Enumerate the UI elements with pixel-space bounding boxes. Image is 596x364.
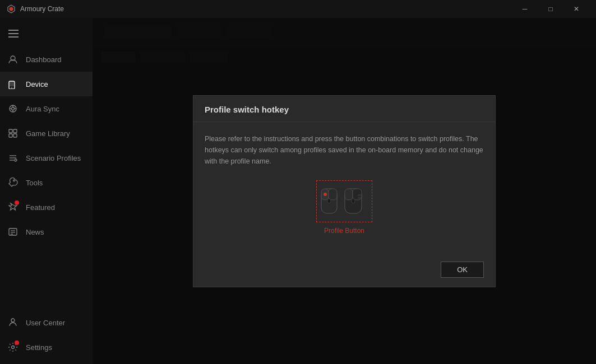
user-center-icon xyxy=(7,316,19,329)
sidebar-label-tools: Tools xyxy=(26,179,43,187)
svg-rect-12 xyxy=(9,129,12,133)
svg-point-7 xyxy=(12,108,15,110)
dashboard-icon xyxy=(7,53,19,66)
modal-description: Please refer to the instructions and pre… xyxy=(205,133,484,167)
sidebar-label-scenario-profiles: Scenario Profiles xyxy=(26,154,81,162)
svg-marker-1 xyxy=(10,7,13,11)
sidebar-item-scenario-profiles[interactable]: Scenario Profiles xyxy=(0,146,93,170)
app-icon xyxy=(7,4,16,13)
profile-switch-modal: Profile switch hotkey Please refer to th… xyxy=(193,95,496,287)
sidebar-label-settings: Settings xyxy=(26,343,52,352)
svg-rect-13 xyxy=(13,129,17,133)
mouse-container xyxy=(316,180,372,222)
svg-point-30 xyxy=(327,199,331,203)
aura-sync-icon xyxy=(7,102,19,115)
main-content: Profile switch hotkey Please refer to th… xyxy=(93,18,596,364)
svg-rect-32 xyxy=(345,189,353,200)
svg-rect-29 xyxy=(328,191,329,198)
svg-rect-37 xyxy=(358,197,361,199)
svg-rect-36 xyxy=(358,194,361,196)
svg-rect-34 xyxy=(352,191,353,198)
svg-point-5 xyxy=(11,87,12,88)
scenario-profiles-icon xyxy=(7,152,19,164)
sidebar-item-aura-sync[interactable]: Aura Sync xyxy=(0,96,93,121)
maximize-button[interactable]: □ xyxy=(538,0,563,18)
modal-footer: OK xyxy=(193,255,495,287)
svg-rect-15 xyxy=(13,134,17,137)
modal-body: Please refer to the instructions and pre… xyxy=(193,122,495,255)
hamburger-icon xyxy=(8,30,19,38)
sidebar-item-tools[interactable]: Tools xyxy=(0,170,93,195)
profile-button-label: Profile Button xyxy=(316,227,372,235)
mouse-illustration xyxy=(319,183,369,220)
sidebar-item-user-center[interactable]: User Center xyxy=(0,310,93,335)
sidebar-item-news[interactable]: News xyxy=(0,220,93,244)
svg-rect-27 xyxy=(329,189,337,200)
minimize-button[interactable]: ─ xyxy=(512,0,538,18)
featured-badge xyxy=(15,200,19,205)
svg-rect-4 xyxy=(10,82,14,86)
app-title: Armoury Crate xyxy=(20,5,512,13)
title-bar: Armoury Crate ─ □ ✕ xyxy=(0,0,596,18)
sidebar-label-game-library: Game Library xyxy=(26,129,70,138)
menu-toggle[interactable] xyxy=(2,22,25,45)
sidebar-bottom: User Center Settings xyxy=(0,310,93,364)
game-library-icon xyxy=(7,127,19,139)
modal-overlay: Profile switch hotkey Please refer to th… xyxy=(93,18,596,364)
sidebar-item-featured[interactable]: Featured xyxy=(0,195,93,220)
profile-button-container: Profile Button xyxy=(316,180,372,235)
sidebar-item-dashboard[interactable]: Dashboard xyxy=(0,47,93,72)
svg-point-19 xyxy=(15,159,17,161)
news-icon xyxy=(7,226,19,238)
svg-rect-14 xyxy=(9,134,12,137)
modal-title: Profile switch hotkey xyxy=(205,105,289,114)
profile-button-area: Profile Button xyxy=(205,180,484,235)
ok-button[interactable]: OK xyxy=(441,262,484,278)
sidebar-item-device[interactable]: Device xyxy=(0,72,93,96)
svg-point-28 xyxy=(324,193,327,196)
svg-point-24 xyxy=(12,346,15,349)
sidebar-label-featured: Featured xyxy=(26,203,55,212)
settings-badge xyxy=(15,340,19,345)
sidebar-label-dashboard: Dashboard xyxy=(26,55,62,64)
close-button[interactable]: ✕ xyxy=(563,0,589,18)
modal-header: Profile switch hotkey xyxy=(193,96,495,122)
sidebar-label-device: Device xyxy=(26,80,48,88)
sidebar-label-news: News xyxy=(26,228,44,236)
device-icon xyxy=(7,78,19,90)
svg-point-35 xyxy=(352,199,355,203)
sidebar-label-user-center: User Center xyxy=(26,319,65,327)
tools-icon xyxy=(7,176,19,189)
sidebar: Dashboard Device xyxy=(0,18,93,364)
window-controls: ─ □ ✕ xyxy=(512,0,589,18)
sidebar-item-settings[interactable]: Settings xyxy=(0,335,93,360)
app-body: Dashboard Device xyxy=(0,18,596,364)
sidebar-item-game-library[interactable]: Game Library xyxy=(0,121,93,146)
sidebar-label-aura-sync: Aura Sync xyxy=(26,105,59,113)
